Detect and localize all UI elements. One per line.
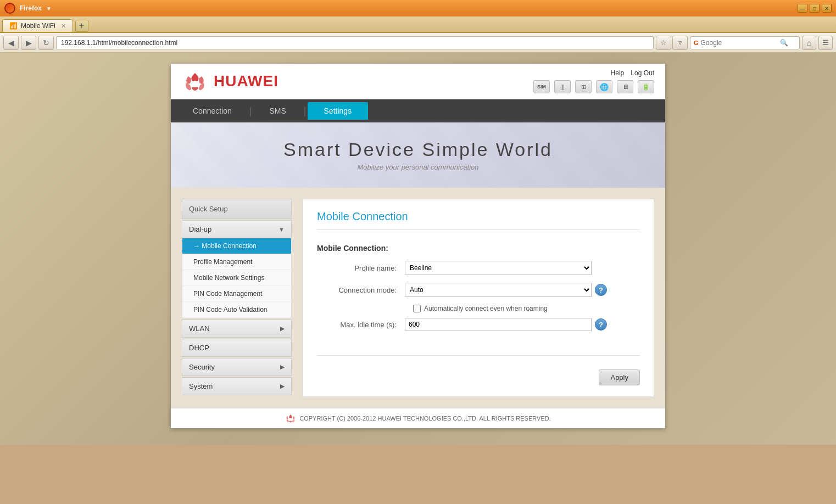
search-icon[interactable]: 🔍 <box>780 39 788 47</box>
sidebar-item-pin-code-management[interactable]: PIN Code Management <box>182 286 291 302</box>
new-tab-button[interactable]: + <box>75 20 88 32</box>
max-idle-time-row: Max. idle time (s): ? <box>317 318 640 331</box>
rss-button[interactable]: ▿ <box>672 36 688 50</box>
url-text: 192.168.1.1/html/mobileconnection.html <box>61 39 177 47</box>
connection-mode-select[interactable]: Auto Manual <box>405 283 592 297</box>
sidebar-section-dialup: Dial-up ▼ Mobile Connection Profile Mana… <box>182 220 292 318</box>
site-header: HUAWEI Help Log Out SIM ||| ⊞ 🌐 🖥 🔋 <box>171 64 665 99</box>
header-right: Help Log Out SIM ||| ⊞ 🌐 🖥 🔋 <box>533 69 654 93</box>
connection-mode-help-button[interactable]: ? <box>595 284 607 296</box>
content-area: Quick Setup Dial-up ▼ Mobile Connection … <box>171 188 665 408</box>
sidebar-item-profile-management[interactable]: Profile Management <box>182 254 291 270</box>
max-idle-time-help-button[interactable]: ? <box>595 318 607 331</box>
sidebar-system-header[interactable]: System ▶ <box>182 377 292 395</box>
max-idle-time-input[interactable] <box>405 318 592 331</box>
title-bar: Firefox ▼ — □ ✕ <box>0 0 836 16</box>
bookmark-button[interactable]: ☆ <box>656 36 671 50</box>
browser-title: Firefox <box>20 4 42 12</box>
sidebar-section-wlan: WLAN ▶ <box>182 320 292 338</box>
browser-tab-mobile-wifi[interactable]: 📶 Mobile WiFi ✕ <box>2 19 73 32</box>
system-arrow-icon: ▶ <box>280 383 285 390</box>
wlan-arrow-icon: ▶ <box>280 325 285 332</box>
search-box[interactable]: G 🔍 <box>690 36 800 49</box>
sidebar-dialup-header[interactable]: Dial-up ▼ <box>182 220 292 238</box>
globe-icon: 🌐 <box>596 80 612 93</box>
max-idle-time-control: ? <box>405 318 640 331</box>
nav-sep-1: | <box>249 105 252 117</box>
back-button[interactable]: ◀ <box>3 36 19 50</box>
dialup-arrow-icon: ▼ <box>278 226 285 233</box>
apply-button[interactable]: Apply <box>599 369 640 385</box>
sim-icon: SIM <box>533 80 550 93</box>
main-panel: Mobile Connection Mobile Connection: Pro… <box>303 199 654 397</box>
panel-divider <box>317 355 640 356</box>
hero-banner: Smart Device Simple World Mobilize your … <box>171 122 665 188</box>
help-link[interactable]: Help <box>611 69 625 77</box>
tab-label: Mobile WiFi <box>21 22 55 30</box>
auto-connect-roaming-checkbox[interactable] <box>413 305 421 312</box>
huawei-logo-icon <box>182 71 208 92</box>
tab-close-icon[interactable]: ✕ <box>61 23 66 30</box>
maximize-button[interactable]: □ <box>810 4 820 13</box>
max-idle-time-input-wrapper: ? <box>405 318 640 331</box>
navigation-bar: ◀ ▶ ↻ 192.168.1.1/html/mobileconnection.… <box>0 33 836 53</box>
menu-button[interactable]: ☰ <box>818 36 833 50</box>
sidebar-security-header[interactable]: Security ▶ <box>182 358 292 376</box>
tab-bar: 📶 Mobile WiFi ✕ + <box>0 16 836 33</box>
hero-subtitle: Mobilize your personal communication <box>193 163 643 171</box>
logo: HUAWEI <box>182 71 278 92</box>
sidebar-item-mobile-connection[interactable]: Mobile Connection <box>182 238 291 254</box>
sidebar: Quick Setup Dial-up ▼ Mobile Connection … <box>182 199 292 397</box>
page-wrapper: HUAWEI Help Log Out SIM ||| ⊞ 🌐 🖥 🔋 Co <box>0 53 836 445</box>
nav-sep-2: | <box>304 105 306 117</box>
connection-mode-label: Connection mode: <box>317 286 405 294</box>
sidebar-item-quick-setup[interactable]: Quick Setup <box>182 199 292 219</box>
tab-connection[interactable]: Connection <box>176 102 248 120</box>
tab-settings[interactable]: Settings <box>308 102 369 120</box>
connection-mode-row: Connection mode: Auto Manual ? <box>317 283 640 297</box>
logo-text: HUAWEI <box>214 72 278 90</box>
sidebar-section-dhcp: DHCP <box>182 339 292 357</box>
search-input[interactable] <box>701 39 778 47</box>
logout-link[interactable]: Log Out <box>631 69 654 77</box>
connection-mode-select-wrapper: Auto Manual ? <box>405 283 640 297</box>
sidebar-section-system: System ▶ <box>182 377 292 395</box>
address-bar[interactable]: 192.168.1.1/html/mobileconnection.html <box>56 36 654 49</box>
refresh-button[interactable]: ↻ <box>38 36 54 50</box>
minimize-button[interactable]: — <box>798 4 807 13</box>
profile-name-control: Beeline <box>405 261 640 275</box>
header-status-icons: SIM ||| ⊞ 🌐 🖥 🔋 <box>533 80 654 93</box>
footer-text: COPYRIGHT (C) 2006-2012 HUAWEI TECHNOLOG… <box>299 415 550 422</box>
sidebar-wlan-header[interactable]: WLAN ▶ <box>182 320 292 338</box>
title-dropdown-arrow[interactable]: ▼ <box>46 5 52 12</box>
forward-button[interactable]: ▶ <box>21 36 36 50</box>
connection-mode-control: Auto Manual ? <box>405 283 640 297</box>
profile-name-row: Profile name: Beeline <box>317 261 640 275</box>
auto-connect-roaming-label: Automatically connect even when roaming <box>424 305 548 312</box>
tab-sms[interactable]: SMS <box>253 102 303 120</box>
profile-name-select-wrapper: Beeline <box>405 261 640 275</box>
hero-title: Smart Device Simple World <box>193 139 643 160</box>
profile-name-label: Profile name: <box>317 264 405 272</box>
button-row: Apply <box>317 367 640 385</box>
form-section-title: Mobile Connection: <box>317 244 640 253</box>
main-container: HUAWEI Help Log Out SIM ||| ⊞ 🌐 🖥 🔋 Co <box>171 64 665 428</box>
close-button[interactable]: ✕ <box>822 4 832 13</box>
sidebar-item-pin-code-auto-validation[interactable]: PIN Code Auto Validation <box>182 302 291 318</box>
form-section: Mobile Connection: Profile name: Beeline… <box>317 238 640 344</box>
site-footer: COPYRIGHT (C) 2006-2012 HUAWEI TECHNOLOG… <box>171 408 665 428</box>
home-button[interactable]: ⌂ <box>802 36 816 50</box>
profile-name-select[interactable]: Beeline <box>405 261 592 275</box>
max-idle-time-label: Max. idle time (s): <box>317 321 405 329</box>
nav-right-buttons: ☆ ▿ <box>656 36 688 50</box>
battery-icon: 🔋 <box>638 80 654 93</box>
display-icon: 🖥 <box>617 80 633 93</box>
search-engine-icon: G <box>694 40 699 46</box>
sidebar-dhcp-header[interactable]: DHCP <box>182 339 292 357</box>
panel-title: Mobile Connection <box>317 210 640 230</box>
nav-tabs: Connection | SMS | Settings <box>171 99 665 122</box>
sidebar-item-mobile-network-settings[interactable]: Mobile Network Settings <box>182 270 291 286</box>
tab-icon: 📶 <box>9 22 18 30</box>
network-icon: ⊞ <box>575 80 592 93</box>
window-controls: — □ ✕ <box>798 4 832 13</box>
